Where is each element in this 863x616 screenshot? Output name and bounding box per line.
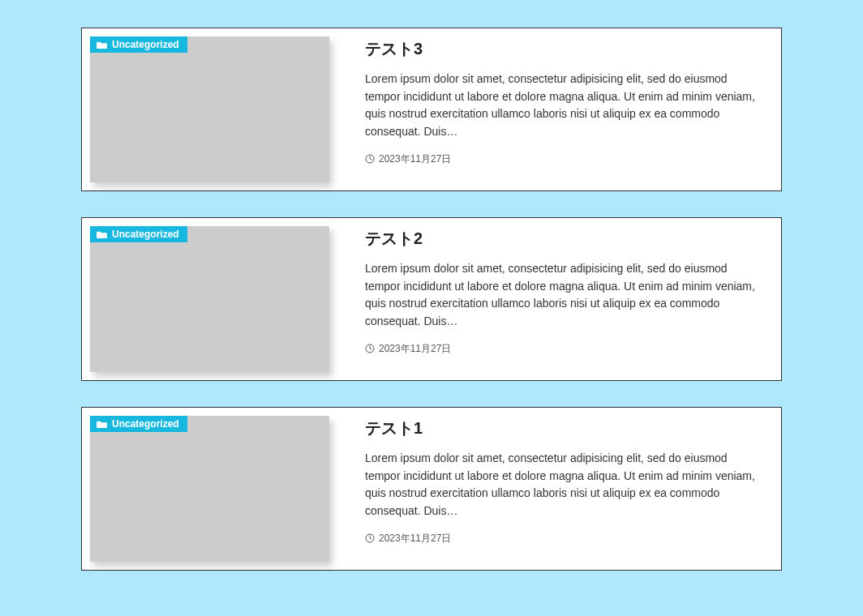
post-title[interactable]: テスト1	[365, 417, 765, 438]
category-label: Uncategorized	[112, 229, 179, 239]
category-badge[interactable]: Uncategorized	[90, 416, 187, 432]
post-content: テスト2 Lorem ipsum dolor sit amet, consect…	[365, 226, 765, 356]
post-thumbnail-wrap: Uncategorized	[90, 36, 329, 182]
clock-icon	[365, 154, 375, 164]
category-badge[interactable]: Uncategorized	[90, 226, 187, 242]
post-date: 2023年11月27日	[379, 152, 451, 166]
post-content: テスト3 Lorem ipsum dolor sit amet, consect…	[365, 36, 765, 166]
category-badge[interactable]: Uncategorized	[90, 36, 187, 53]
post-card[interactable]: Uncategorized テスト3 Lorem ipsum dolor sit…	[81, 28, 782, 191]
post-date: 2023年11月27日	[379, 342, 451, 356]
folder-icon	[97, 230, 107, 239]
post-date: 2023年11月27日	[379, 532, 451, 545]
post-title[interactable]: テスト3	[365, 38, 765, 59]
post-meta: 2023年11月27日	[365, 532, 765, 545]
post-meta: 2023年11月27日	[365, 152, 765, 166]
post-thumbnail[interactable]	[90, 36, 329, 182]
post-thumbnail[interactable]	[90, 416, 329, 562]
category-label: Uncategorized	[112, 40, 179, 49]
post-content: テスト1 Lorem ipsum dolor sit amet, consect…	[365, 416, 765, 545]
post-excerpt: Lorem ipsum dolor sit amet, consectetur …	[365, 71, 765, 141]
post-title[interactable]: テスト2	[365, 228, 765, 249]
clock-icon	[365, 533, 375, 543]
post-card[interactable]: Uncategorized テスト2 Lorem ipsum dolor sit…	[81, 217, 782, 381]
post-card[interactable]: Uncategorized テスト1 Lorem ipsum dolor sit…	[81, 407, 782, 571]
folder-icon	[97, 420, 107, 429]
folder-icon	[97, 41, 107, 49]
category-label: Uncategorized	[112, 419, 179, 429]
post-thumbnail[interactable]	[90, 226, 329, 372]
clock-icon	[365, 344, 375, 353]
post-excerpt: Lorem ipsum dolor sit amet, consectetur …	[365, 450, 765, 520]
post-thumbnail-wrap: Uncategorized	[90, 226, 329, 372]
post-excerpt: Lorem ipsum dolor sit amet, consectetur …	[365, 260, 765, 331]
post-meta: 2023年11月27日	[365, 342, 765, 356]
post-list: Uncategorized テスト3 Lorem ipsum dolor sit…	[81, 28, 782, 571]
post-thumbnail-wrap: Uncategorized	[90, 416, 329, 562]
